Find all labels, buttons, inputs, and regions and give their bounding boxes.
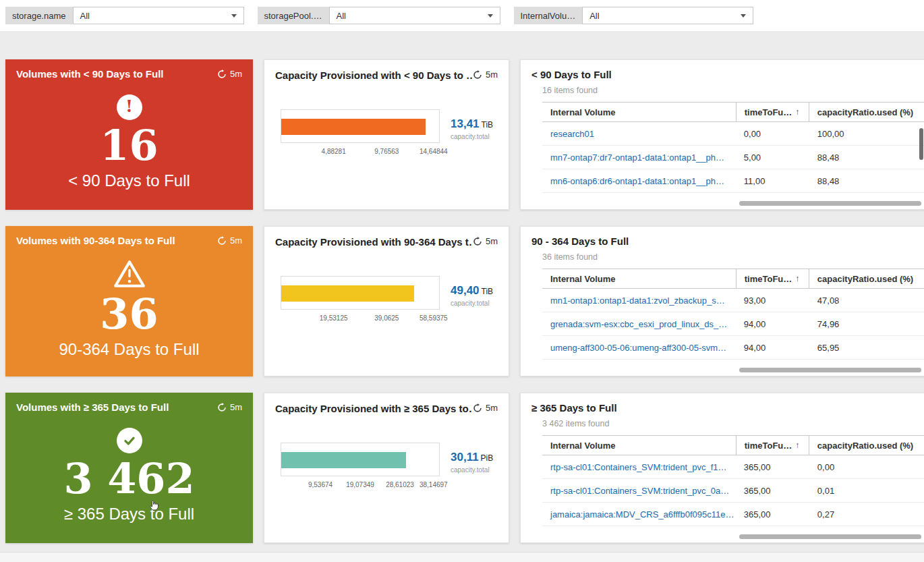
internal-volume-link[interactable]: mn1-ontap1:ontap1-data1:zvol_zbackup_s… <box>542 296 736 306</box>
time-to-full-value: 365,00 <box>736 509 809 519</box>
refresh-icon <box>217 236 227 246</box>
refresh-interval: 5m <box>486 236 498 246</box>
bar-chart: 19,53125 39,0625 58,59375 <box>281 276 440 323</box>
plot-area <box>281 276 440 310</box>
warning-triangle-icon <box>113 259 146 289</box>
plot-area <box>281 443 440 476</box>
filter-selected-value: All <box>337 11 346 21</box>
tick-label: 39,0625 <box>374 314 399 322</box>
internal-volume-link[interactable]: mn6-ontap6:dr6-ontap1-data1:ontap1__ph… <box>542 176 736 186</box>
internal-volume-link[interactable]: jamaica:jamaica:MDV_CRS_a6fffb0f095c11e… <box>542 509 736 519</box>
refresh-button[interactable]: 5m <box>217 235 242 246</box>
x-axis-ticks: 19,53125 39,0625 58,59375 <box>281 314 440 323</box>
refresh-icon <box>473 70 482 80</box>
refresh-button[interactable]: 5m <box>473 69 498 80</box>
table-title: < 90 Days to Full <box>521 60 924 80</box>
internal-volume-link[interactable]: rtp-sa-cl01:Containers_SVM:trident_pvc_f… <box>542 462 736 472</box>
filter-internal-volume-select[interactable]: All <box>582 7 753 24</box>
refresh-button[interactable]: 5m <box>473 236 498 246</box>
summary-card-less-90-days: Volumes with < 90 Days to Full 5m ! 16 <… <box>5 59 253 210</box>
items-found: 16 items found <box>542 86 924 95</box>
refresh-button[interactable]: 5m <box>217 402 242 412</box>
tick-label: 58,59375 <box>420 314 448 322</box>
dashboard-grid: Volumes with < 90 Days to Full 5m ! 16 <… <box>0 31 924 543</box>
internal-volume-link[interactable]: research01 <box>542 129 736 139</box>
internal-volume-link[interactable]: rtp-sa-cl01:Containers_SVM:trident_pvc_0… <box>542 486 736 496</box>
table-row: umeng-aff300-05-06:umeng-aff300-05-svm… … <box>542 336 924 360</box>
table-title: 90 - 364 Days to Full <box>521 227 924 247</box>
column-header-capacity-ratio[interactable]: capacityRatio.used (%) <box>809 436 924 455</box>
refresh-icon <box>217 403 227 412</box>
filter-label: storagePool.… <box>258 7 329 24</box>
capacity-ratio-value: 88,48 <box>809 176 924 186</box>
volumes-table: Internal Volume timeToFu… ↑ capacityRati… <box>542 269 924 360</box>
card-title: Volumes with ≥ 365 Days to Full <box>16 401 169 413</box>
horizontal-scrollbar-thumb[interactable] <box>739 534 921 539</box>
internal-volume-link[interactable]: umeng-aff300-05-06:umeng-aff300-05-svm… <box>542 343 736 353</box>
filter-label: storage.name <box>5 7 73 24</box>
bar-chart: 9,53674 19,07349 28,61023 38,14697 <box>281 443 440 490</box>
horizontal-scrollbar-thumb[interactable] <box>739 201 921 206</box>
column-header-internal-volume[interactable]: Internal Volume <box>542 103 736 121</box>
volumes-table: Internal Volume timeToFu… ↑ capacityRati… <box>542 102 924 193</box>
filter-storage-pool: storagePool.… All <box>258 7 500 24</box>
table-row: mn7-ontap7:dr7-ontap1-data1:ontap1__ph… … <box>542 146 924 169</box>
sort-ascending-icon: ↑ <box>795 441 799 450</box>
card-title: Volumes with 90-364 Days to Full <box>16 235 175 246</box>
tick-label: 28,61023 <box>386 481 414 488</box>
column-header-time-to-full[interactable]: timeToFu… ↑ <box>736 436 809 455</box>
chart-panel-365-plus-days: Capacity Provisioned with ≥ 365 Days to…… <box>264 393 509 543</box>
capacity-ratio-value: 88,48 <box>809 152 924 163</box>
time-to-full-value: 5,00 <box>736 152 809 163</box>
metric-value-block: 13,41TiB capacity.total <box>451 109 493 157</box>
volume-count: 36 <box>100 293 158 335</box>
time-to-full-value: 11,00 <box>736 176 809 186</box>
vertical-scrollbar-thumb[interactable] <box>919 128 923 160</box>
exclamation-circle-icon: ! <box>117 94 142 120</box>
card-label: ≥ 365 Days to Full <box>64 505 194 524</box>
tick-label: 14,64844 <box>420 148 448 155</box>
tick-label: 19,53125 <box>320 314 348 322</box>
check-circle-icon <box>117 428 142 453</box>
card-label: < 90 Days to Full <box>68 171 190 190</box>
refresh-icon <box>473 403 482 413</box>
metric-caption: capacity.total <box>451 300 493 307</box>
chevron-down-icon <box>231 14 237 18</box>
filter-storage-name-select[interactable]: All <box>73 7 244 24</box>
refresh-icon <box>473 237 482 246</box>
refresh-button[interactable]: 5m <box>217 69 242 79</box>
filter-storage-pool-select[interactable]: All <box>329 7 500 24</box>
column-header-time-to-full[interactable]: timeToFu… ↑ <box>736 269 809 288</box>
capacity-ratio-value: 0,00 <box>809 462 924 472</box>
internal-volume-link[interactable]: mn7-ontap7:dr7-ontap1-data1:ontap1__ph… <box>542 152 736 163</box>
horizontal-scrollbar-thumb[interactable] <box>739 368 921 372</box>
column-header-capacity-ratio[interactable]: capacityRatio.used (%) <box>809 269 924 288</box>
column-header-time-to-full[interactable]: timeToFu… ↑ <box>736 103 809 121</box>
table-row: grenada:svm-esx:cbc_esxi_prod_linux_ds_…… <box>542 312 924 336</box>
capacity-bar <box>281 285 414 302</box>
capacity-ratio-value: 65,95 <box>809 343 924 353</box>
page-horizontal-scrollbar-track[interactable] <box>0 552 924 562</box>
column-header-internal-volume[interactable]: Internal Volume <box>542 436 736 455</box>
internal-volume-link[interactable]: grenada:svm-esx:cbc_esxi_prod_linux_ds_… <box>542 319 736 329</box>
chevron-down-icon <box>488 14 493 18</box>
table-header-row: Internal Volume timeToFu… ↑ capacityRati… <box>542 102 924 122</box>
table-row: rtp-sa-cl01:Containers_SVM:trident_pvc_0… <box>542 479 924 503</box>
column-header-internal-volume[interactable]: Internal Volume <box>542 269 736 288</box>
volumes-table: Internal Volume timeToFu… ↑ capacityRati… <box>542 435 924 526</box>
metric-value: 13,41 <box>451 117 480 130</box>
column-header-capacity-ratio[interactable]: capacityRatio.used (%) <box>809 103 924 121</box>
sort-ascending-icon: ↑ <box>795 107 799 117</box>
table-row: mn1-ontap1:ontap1-data1:zvol_zbackup_s… … <box>542 289 924 312</box>
capacity-ratio-value: 74,96 <box>809 319 924 329</box>
time-to-full-value: 365,00 <box>736 462 809 472</box>
refresh-button[interactable]: 5m <box>473 403 498 413</box>
tick-label: 4,88281 <box>322 148 346 155</box>
time-to-full-value: 94,00 <box>736 343 809 353</box>
metric-value: 30,11 <box>451 451 479 463</box>
summary-card-365-plus-days: Volumes with ≥ 365 Days to Full 5m 3 462… <box>5 393 253 543</box>
metric-unit: TiB <box>482 287 494 296</box>
card-title: Volumes with < 90 Days to Full <box>16 68 164 80</box>
filter-selected-value: All <box>80 11 90 21</box>
x-axis-ticks: 4,88281 9,76563 14,64844 <box>281 148 440 157</box>
